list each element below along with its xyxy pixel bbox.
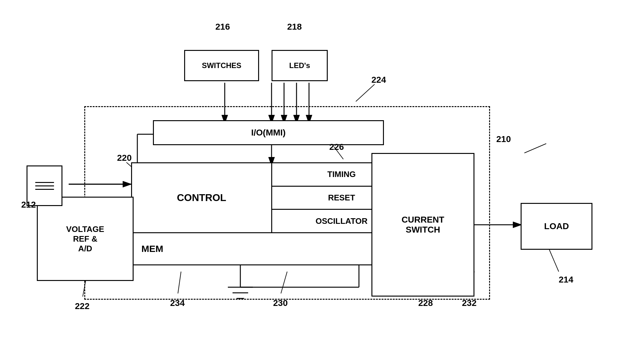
label-212: 212 <box>21 200 36 210</box>
label-226: 226 <box>329 142 344 152</box>
label-230: 230 <box>273 298 288 308</box>
io-mmi-box: I/O(MMI) <box>153 120 384 145</box>
label-210: 210 <box>496 134 511 144</box>
label-234: 234 <box>170 298 185 308</box>
mem-label: MEM <box>132 233 411 264</box>
label-214: 214 <box>559 275 573 285</box>
label-218: 218 <box>287 22 302 32</box>
label-220: 220 <box>117 153 132 163</box>
control-label: CONTROL <box>132 163 272 232</box>
svg-line-30 <box>356 84 375 101</box>
svg-line-27 <box>549 250 559 272</box>
label-216: 216 <box>215 22 230 32</box>
voltage-ref-box: VOLTAGE REF & A/D <box>37 197 134 281</box>
label-224: 224 <box>371 75 386 85</box>
label-228: 228 <box>418 298 433 308</box>
label-222: 222 <box>75 301 90 311</box>
cpu-block: CONTROL TIMING RESET OSCILLATOR MEM <box>131 162 412 265</box>
leds-box: LED's <box>272 50 328 81</box>
label-232: 232 <box>462 298 477 308</box>
current-switch-box: CURRENT SWITCH <box>371 153 474 297</box>
svg-line-31 <box>524 144 546 153</box>
load-box: LOAD <box>521 203 592 250</box>
switches-box: SWITCHES <box>184 50 259 81</box>
